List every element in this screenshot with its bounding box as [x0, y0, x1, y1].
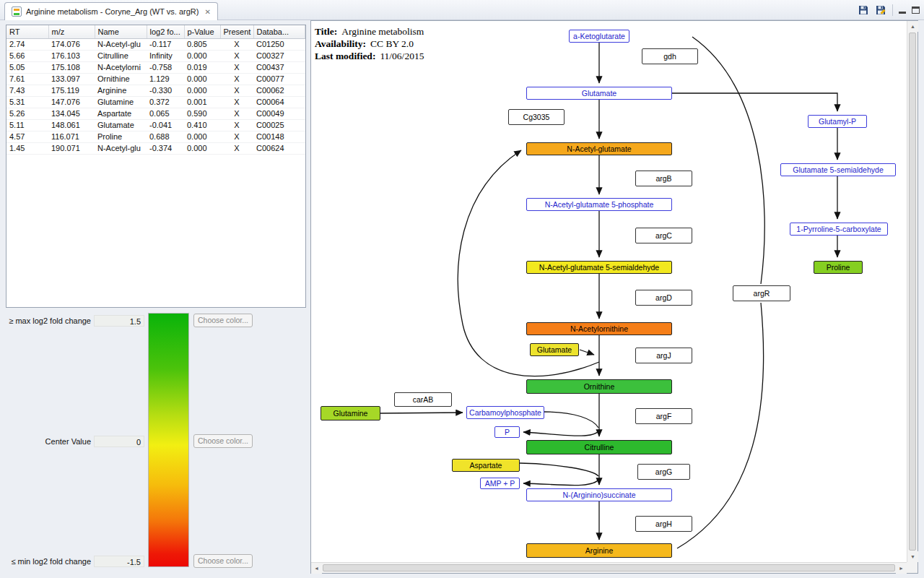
- table-cell: 0.688: [147, 131, 184, 142]
- scroll-left-icon[interactable]: ◄: [311, 563, 322, 574]
- pathway-node-argD[interactable]: argD: [635, 290, 692, 306]
- horizontal-scrollbar[interactable]: ◄ ►: [311, 562, 907, 573]
- save-icon[interactable]: [858, 4, 869, 16]
- vertical-scroll-thumb[interactable]: [909, 33, 916, 551]
- pathway-node-1-pyrroline-5-carboxylate[interactable]: 1-Pyrroline-5-carboxylate: [790, 223, 888, 236]
- table-cell: 0.000: [184, 142, 220, 154]
- pathway-node-argC[interactable]: argC: [635, 228, 692, 243]
- pathway-arrows: [311, 21, 907, 562]
- pathway-node-n-acetyl-glutamate[interactable]: N-Acetyl-glutamate: [526, 142, 672, 155]
- pathway-node-n-acetyl-glutamate-5-semialdehyde[interactable]: N-Acetyl-glutamate 5-semialdehyde: [526, 261, 672, 274]
- pathway-node-glutamyl-p[interactable]: Glutamyl-P: [808, 115, 867, 128]
- table-cell: Ornithine: [95, 73, 147, 85]
- table-cell: X: [220, 108, 253, 119]
- pathway-node-argH[interactable]: argH: [635, 516, 692, 532]
- table-cell: X: [220, 38, 253, 50]
- table-cell: 1.129: [147, 73, 184, 85]
- pathway-node-argR[interactable]: argR: [733, 285, 790, 301]
- scroll-right-icon[interactable]: ►: [896, 563, 907, 574]
- table-column-header[interactable]: Present: [220, 25, 253, 38]
- table-row[interactable]: 1.45190.071N-Acetyl-glu-0.3740.000XC0062…: [6, 142, 305, 154]
- pathway-node-argJ[interactable]: argJ: [635, 348, 692, 363]
- meta-title-line: Title:Arginine metabolism: [315, 25, 424, 38]
- save-as-icon[interactable]: [875, 4, 886, 16]
- table-cell: Glutamate: [95, 119, 147, 131]
- minimize-icon[interactable]: [899, 12, 906, 14]
- table-column-header[interactable]: RT: [6, 25, 48, 38]
- pathway-node-glutamate-5-semialdehyde[interactable]: Glutamate 5-semialdehyde: [780, 163, 896, 176]
- diagram-meta: Title:Arginine metabolism Availability:C…: [315, 25, 424, 62]
- pathway-node-n-acetylornithine[interactable]: N-Acetylornithine: [526, 322, 672, 335]
- choose-min-color-button[interactable]: Choose color...: [193, 554, 253, 568]
- table-cell: X: [220, 119, 253, 131]
- min-fold-change-field[interactable]: -1.5: [94, 556, 144, 567]
- pathway-node-argB[interactable]: argB: [635, 171, 692, 186]
- table-cell: N-Acetyl-glu: [95, 142, 147, 154]
- scroll-down-icon[interactable]: ▼: [907, 551, 918, 562]
- table-row[interactable]: 5.05175.108N-Acetylorni-0.7580.019XC0043…: [6, 61, 305, 73]
- tab-close-icon[interactable]: ✕: [204, 8, 210, 16]
- table-row[interactable]: 2.74174.076N-Acetyl-glu-0.1170.805XC0125…: [6, 38, 305, 50]
- scroll-up-icon[interactable]: ▲: [907, 21, 918, 32]
- table-cell: 0.000: [184, 85, 220, 96]
- table-cell: 176.103: [48, 50, 95, 61]
- table-row[interactable]: 7.43175.119Arginine-0.3300.000XC00062: [6, 85, 305, 96]
- table-row[interactable]: 7.61133.097Ornithine1.1290.000XC00077: [6, 73, 305, 85]
- pathway-node-carAB[interactable]: carAB: [394, 392, 452, 407]
- pathway-node-amp-p[interactable]: AMP + P: [480, 478, 520, 489]
- table-column-header[interactable]: m/z: [48, 25, 95, 38]
- tab-arginine-metabolism[interactable]: Arginine metabolism - Coryne_Arg (WT vs.…: [4, 2, 218, 20]
- table-cell: C01250: [253, 38, 305, 50]
- scrollbar-corner: [907, 562, 918, 573]
- pathway-node-proline[interactable]: Proline: [814, 261, 863, 274]
- table-cell: 7.61: [6, 73, 48, 85]
- meta-modified-label: Last modified:: [315, 51, 375, 61]
- pathway-node-argG[interactable]: argG: [637, 464, 690, 480]
- max-fold-change-label: ≥ max log2 fold change: [6, 316, 94, 325]
- maximize-icon[interactable]: [912, 7, 920, 14]
- table-cell: 4.57: [6, 131, 48, 142]
- pathway-node-glutamate[interactable]: Glutamate: [526, 87, 672, 100]
- pathway-node-citrulline[interactable]: Citrulline: [526, 440, 672, 454]
- table-cell: 0.372: [147, 96, 184, 108]
- toolbar-separator: [892, 4, 893, 16]
- pathway-node-cg3035[interactable]: Cg3035: [508, 109, 565, 125]
- table-column-header[interactable]: p-Value: [184, 25, 220, 38]
- table-cell: 5.26: [6, 108, 48, 119]
- table-row[interactable]: 5.26134.045Aspartate0.0650.590XC00049: [6, 108, 305, 119]
- choose-max-color-button[interactable]: Choose color...: [193, 314, 253, 327]
- pathway-node-aspartate[interactable]: Aspartate: [452, 459, 520, 472]
- table-column-header[interactable]: Databa...: [253, 25, 305, 38]
- pathway-node-a-ketoglutarate[interactable]: a-Ketoglutarate: [569, 30, 629, 43]
- table-column-header[interactable]: Name: [95, 25, 147, 38]
- meta-availability-line: Availability:CC BY 2.0: [315, 38, 424, 50]
- max-fold-change-field[interactable]: 1.5: [94, 315, 144, 327]
- pathway-node-glutamate-small[interactable]: Glutamate: [530, 343, 579, 356]
- pathway-node-n-arginino-succinate[interactable]: N-(Arginino)succinate: [526, 488, 672, 501]
- choose-center-color-button[interactable]: Choose color...: [193, 434, 253, 448]
- table-cell: 0.019: [184, 61, 220, 73]
- table-cell: Arginine: [95, 85, 147, 96]
- table-row[interactable]: 5.66176.103CitrullineInfinity0.000XC0032…: [6, 50, 305, 61]
- table-cell: Infinity: [147, 50, 184, 61]
- pathway-node-argF[interactable]: argF: [635, 408, 692, 424]
- pathway-node-glutamine[interactable]: Glutamine: [321, 406, 380, 420]
- table-column-header[interactable]: log2 fo...: [147, 25, 184, 38]
- horizontal-scroll-thumb[interactable]: [323, 564, 895, 571]
- pathway-node-p[interactable]: P: [494, 426, 520, 438]
- table-row[interactable]: 4.57116.071Proline0.6880.000XC00148: [6, 131, 305, 142]
- pathway-node-gdh[interactable]: gdh: [642, 48, 698, 64]
- table-cell: 5.66: [6, 50, 48, 61]
- table-cell: C00062: [253, 85, 305, 96]
- pathway-node-n-acetyl-glutamate-5-phosphate[interactable]: N-Acetyl-glutamate 5-phosphate: [526, 198, 672, 211]
- table-cell: 7.43: [6, 85, 48, 96]
- center-value-field[interactable]: 0: [94, 436, 144, 447]
- table-row[interactable]: 5.31147.076Glutamine0.3720.001XC00064: [6, 96, 305, 108]
- pathway-node-carbamoylphosphate[interactable]: Carbamoylphosphate: [466, 406, 544, 419]
- table-cell: 174.076: [48, 38, 95, 50]
- pathway-node-ornithine[interactable]: Ornithine: [526, 379, 672, 394]
- center-value-label: Center Value: [6, 437, 94, 446]
- vertical-scrollbar[interactable]: ▲ ▼: [907, 21, 918, 562]
- pathway-node-arginine[interactable]: Arginine: [526, 543, 672, 558]
- table-row[interactable]: 5.11148.061Glutamate-0.0410.410XC00025: [6, 119, 305, 131]
